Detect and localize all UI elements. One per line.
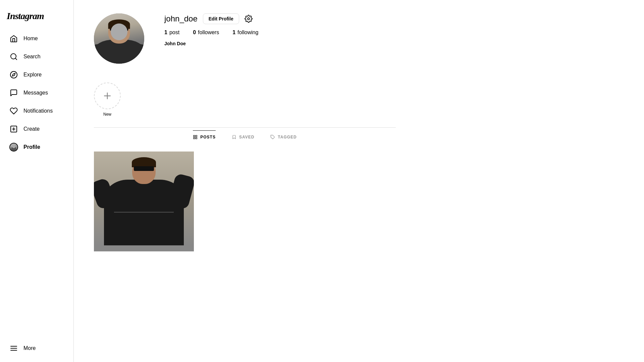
tab-saved[interactable]: SAVED: [232, 130, 254, 143]
profile-info: john_doe Edit Profile 1 post 0 follow: [164, 13, 258, 46]
svg-rect-16: [196, 137, 197, 139]
explore-icon: [9, 70, 18, 79]
sidebar-more-label: More: [23, 345, 36, 351]
more-icon: [9, 344, 18, 353]
edit-profile-button[interactable]: Edit Profile: [203, 13, 239, 24]
sidebar-item-notifications-label: Notifications: [23, 108, 53, 114]
tabs-row: POSTS SAVED TAGGED: [94, 130, 396, 143]
svg-rect-13: [194, 135, 195, 137]
profile-header: john_doe Edit Profile 1 post 0 follow: [94, 13, 396, 74]
sidebar-item-home-label: Home: [23, 36, 38, 42]
search-icon: [9, 52, 18, 61]
following-stat[interactable]: 1 following: [232, 29, 258, 36]
tab-posts[interactable]: POSTS: [193, 130, 216, 143]
sidebar-item-explore-label: Explore: [23, 72, 42, 78]
svg-rect-15: [194, 137, 195, 139]
sidebar-item-create[interactable]: Create: [3, 121, 71, 137]
posts-tab-icon: [193, 135, 198, 139]
following-label: following: [237, 29, 258, 36]
app-logo: Instagram: [0, 5, 73, 29]
svg-point-2: [10, 71, 17, 78]
sidebar-item-profile-label: Profile: [23, 144, 40, 150]
sidebar-item-profile[interactable]: Profile: [3, 139, 71, 156]
profile-stats: 1 post 0 followers 1 following: [164, 29, 258, 36]
profile-username: john_doe: [164, 14, 198, 23]
sidebar-item-home[interactable]: Home: [3, 30, 71, 47]
messages-icon: [9, 88, 18, 97]
tab-tagged[interactable]: TAGGED: [270, 130, 297, 143]
post-thumbnail[interactable]: [94, 152, 194, 251]
sidebar-item-more[interactable]: More: [3, 340, 71, 357]
new-story-label: New: [103, 112, 111, 117]
create-icon: [9, 125, 18, 133]
svg-line-1: [15, 58, 17, 60]
profile-fullname: John Doe: [164, 41, 258, 46]
tab-saved-label: SAVED: [239, 135, 254, 139]
home-icon: [9, 34, 18, 43]
sidebar: Instagram Home Search Explore: [0, 0, 74, 362]
saved-tab-icon: [232, 135, 236, 139]
new-story-circle[interactable]: [94, 82, 121, 109]
svg-rect-14: [196, 135, 197, 137]
heart-icon: [9, 107, 18, 115]
svg-marker-3: [12, 73, 15, 76]
profile-avatar-small: [9, 143, 18, 152]
sidebar-item-create-label: Create: [23, 126, 40, 132]
followers-count: 0: [193, 29, 196, 36]
posts-label: post: [169, 29, 179, 36]
posts-stat[interactable]: 1 post: [164, 29, 179, 36]
main-content: john_doe Edit Profile 1 post 0 follow: [74, 0, 644, 362]
stories-row: New: [94, 74, 396, 125]
sidebar-item-messages-label: Messages: [23, 90, 48, 96]
tab-tagged-label: TAGGED: [278, 135, 297, 139]
followers-stat[interactable]: 0 followers: [193, 29, 219, 36]
following-count: 1: [232, 29, 235, 36]
sidebar-item-messages[interactable]: Messages: [3, 84, 71, 101]
tagged-tab-icon: [270, 135, 275, 139]
settings-icon[interactable]: [245, 15, 253, 23]
posts-grid: [94, 152, 396, 251]
sidebar-item-explore[interactable]: Explore: [3, 66, 71, 83]
posts-count: 1: [164, 29, 167, 36]
followers-label: followers: [198, 29, 219, 36]
sidebar-item-search-label: Search: [23, 54, 41, 60]
content-divider: [94, 127, 396, 128]
profile-avatar-large: [94, 13, 144, 64]
svg-point-10: [248, 18, 250, 20]
new-story-item[interactable]: New: [94, 82, 121, 117]
sidebar-item-search[interactable]: Search: [3, 48, 71, 65]
profile-username-row: john_doe Edit Profile: [164, 13, 258, 24]
sidebar-item-notifications[interactable]: Notifications: [3, 103, 71, 119]
tab-posts-label: POSTS: [200, 135, 216, 139]
